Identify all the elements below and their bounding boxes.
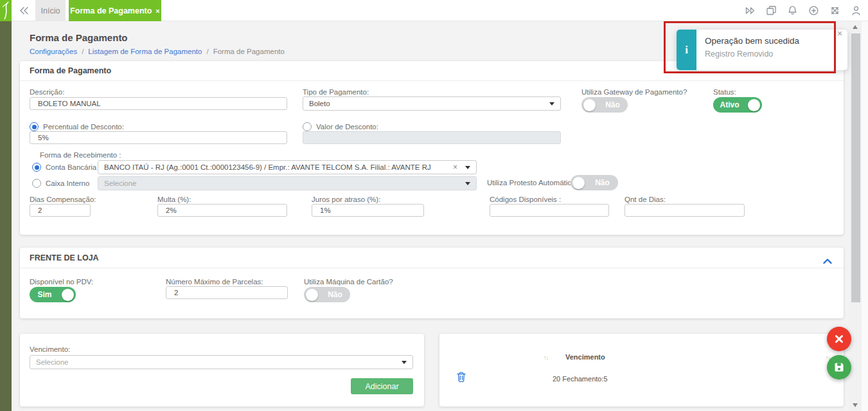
conta-bancaria-select[interactable]: BANCO ITAÚ - RJ (Ag.:0001 Ct.:0000123456… <box>98 160 477 174</box>
qnt-dias-input[interactable] <box>624 204 745 217</box>
user-icon[interactable] <box>850 5 862 17</box>
juros-input[interactable] <box>312 204 424 217</box>
dias-compensacao-input[interactable] <box>30 204 91 217</box>
parcelas-input[interactable] <box>166 286 288 299</box>
sort-icon[interactable]: ↑↓ <box>544 354 548 361</box>
descricao-label: Descrição: <box>30 88 64 96</box>
payment-form-card: Forma de Pagamento Descrição: Tipo de Pa… <box>20 61 844 235</box>
chevron-down-icon <box>549 102 554 105</box>
windows-icon[interactable] <box>765 5 777 17</box>
collapse-tabs-icon[interactable] <box>18 5 30 17</box>
adicionar-button[interactable]: Adicionar <box>351 378 413 394</box>
toggle-state: Não <box>598 100 628 109</box>
collapse-section-icon[interactable] <box>823 255 832 267</box>
chevron-down-icon <box>402 361 407 364</box>
multa-label: Multa (%): <box>157 196 191 203</box>
table-row-vencimento-value: 20 Fechamento:5 <box>553 375 608 383</box>
parcelas-label: Número Máximo de Parcelas: <box>166 278 263 286</box>
chevron-down-icon <box>465 182 470 185</box>
tipo-pagamento-label: Tipo de Pagamento: <box>303 88 369 96</box>
codigos-disponiveis-label: Códigos Disponíveis : <box>490 196 561 203</box>
multa-input[interactable] <box>157 204 287 217</box>
status-label: Status: <box>713 88 736 96</box>
maquina-cartao-toggle[interactable]: Não <box>304 287 350 302</box>
frente-de-loja-title: FRENTE DE LOJA <box>20 248 844 268</box>
breadcrumb-separator: / <box>206 48 208 55</box>
valor-desconto-input <box>303 131 561 144</box>
tab-label: Início <box>41 6 60 15</box>
chevron-down-icon <box>465 166 470 169</box>
vencimento-column-header[interactable]: Vencimento <box>565 353 605 361</box>
scrollbar[interactable] <box>849 21 862 411</box>
topbar-actions <box>744 5 862 17</box>
gateway-label: Utiliza Gateway de Pagamento? <box>581 88 687 96</box>
cancel-button[interactable] <box>827 327 851 351</box>
status-toggle[interactable]: Ativo <box>713 97 762 113</box>
breadcrumb-current: Forma de Pagamento <box>213 48 285 55</box>
breadcrumb-configuracoes[interactable]: Configurações <box>30 48 77 55</box>
conta-bancaria-value: BANCO ITAÚ - RJ (Ag.:0001 Ct.:0000123456… <box>104 163 453 171</box>
save-button[interactable] <box>827 355 851 379</box>
toggle-knob <box>572 177 585 189</box>
caixa-interno-select: Selecione <box>98 176 477 190</box>
topbar: Início Forma de Pagamento × <box>12 0 868 21</box>
scroll-up-icon[interactable] <box>853 25 858 29</box>
breadcrumb: Configurações / Listagem de Forma de Pag… <box>30 48 285 55</box>
info-icon: i <box>677 30 696 70</box>
tab-label: Forma de Pagamento <box>70 6 152 15</box>
forma-recebimento-label: Forma de Recebimento : <box>40 151 121 159</box>
vencimento-table-card: ↑↓ Vencimento ↑↓ 20 Fechamento:5 <box>439 334 844 406</box>
protesto-label: Utiliza Protesto Automático : <box>487 179 580 187</box>
vencimento-select[interactable]: Selecione <box>30 355 413 369</box>
percentual-desconto-radio[interactable] <box>30 122 39 131</box>
caixa-interno-radio[interactable] <box>32 179 41 188</box>
caixa-interno-label: Caixa Interno <box>46 179 89 187</box>
tab-close-icon[interactable]: × <box>155 7 159 15</box>
vencimento-placeholder: Selecione <box>36 358 402 366</box>
valor-desconto-label: Valor de Desconto: <box>316 123 378 131</box>
conta-bancaria-radio[interactable] <box>32 163 41 172</box>
percentual-desconto-input[interactable] <box>30 131 287 144</box>
expand-icon[interactable] <box>829 5 841 17</box>
toast-title: Operação bem sucedida <box>705 36 799 46</box>
toggle-knob <box>62 289 74 301</box>
fast-forward-icon[interactable] <box>744 5 756 17</box>
percentual-desconto-label: Percentual de Desconto: <box>43 123 124 131</box>
logo-swoosh-icon <box>0 0 12 21</box>
close-icon <box>834 334 844 344</box>
toast-close-icon[interactable]: × <box>837 28 842 39</box>
scrollbar-thumb[interactable] <box>851 33 860 302</box>
maquina-cartao-label: Utiliza Máquina de Cartão? <box>304 278 393 286</box>
valor-desconto-radio[interactable] <box>303 122 312 131</box>
breadcrumb-separator: / <box>82 48 84 55</box>
toggle-knob <box>748 99 760 111</box>
vencimento-label: Vencimento: <box>30 345 70 353</box>
scrollbar-gutter <box>862 21 868 411</box>
save-icon <box>833 361 845 373</box>
tab-forma-de-pagamento[interactable]: Forma de Pagamento × <box>69 0 161 21</box>
toggle-knob <box>306 289 318 301</box>
vencimento-add-card: Vencimento: Selecione Adicionar <box>20 334 424 406</box>
delete-row-icon[interactable] <box>456 371 466 385</box>
toggle-knob <box>583 99 596 111</box>
gateway-toggle[interactable]: Não <box>581 97 628 113</box>
tipo-pagamento-select[interactable]: Boleto <box>303 96 561 111</box>
pdv-label: Disponível no PDV: <box>30 278 93 286</box>
plus-circle-icon[interactable] <box>808 5 820 17</box>
dias-compensacao-label: Dias Compensação: <box>30 196 96 203</box>
breadcrumb-listagem[interactable]: Listagem de Forma de Pagamento <box>88 48 202 55</box>
pdv-toggle[interactable]: Sim <box>30 287 76 302</box>
descricao-input[interactable] <box>30 97 287 110</box>
codigos-disponiveis-input[interactable] <box>490 204 609 217</box>
frente-de-loja-card: FRENTE DE LOJA Disponível no PDV: Sim Nú… <box>20 248 844 318</box>
bell-icon[interactable] <box>786 5 799 17</box>
toggle-state: Sim <box>30 290 60 299</box>
page-title: Forma de Pagamento <box>30 32 128 43</box>
protesto-toggle[interactable]: Não <box>571 175 618 190</box>
conta-bancaria-label: Conta Bancária <box>46 163 96 171</box>
toggle-state: Não <box>587 178 618 187</box>
scroll-down-icon[interactable] <box>853 403 858 407</box>
tab-inicio[interactable]: Início <box>35 0 66 21</box>
clear-icon[interactable]: × <box>453 163 457 172</box>
juros-label: Juros por atraso (%): <box>312 196 380 203</box>
